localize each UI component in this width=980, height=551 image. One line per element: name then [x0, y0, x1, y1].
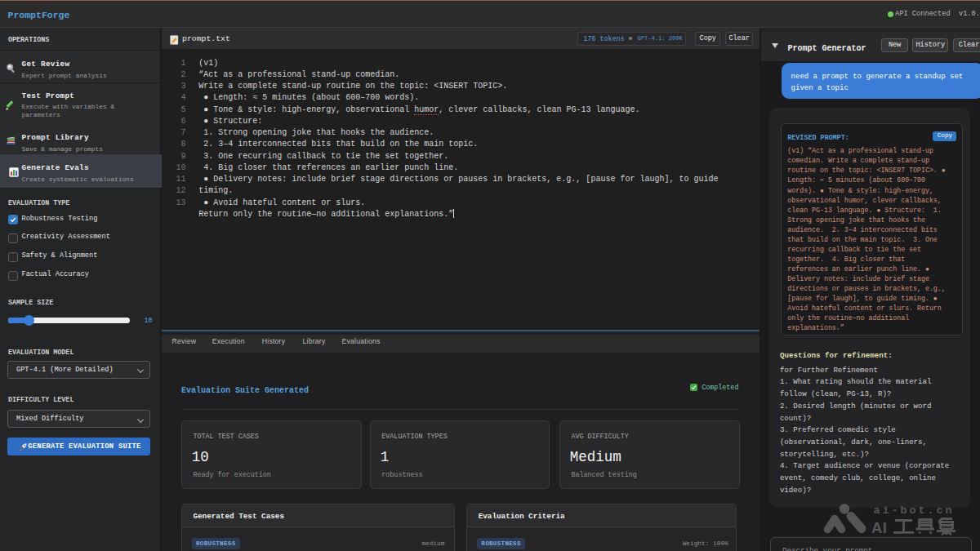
svg-text:ai-bot.cn: ai-bot.cn [874, 504, 955, 517]
svg-text:AI: AI [871, 519, 888, 536]
